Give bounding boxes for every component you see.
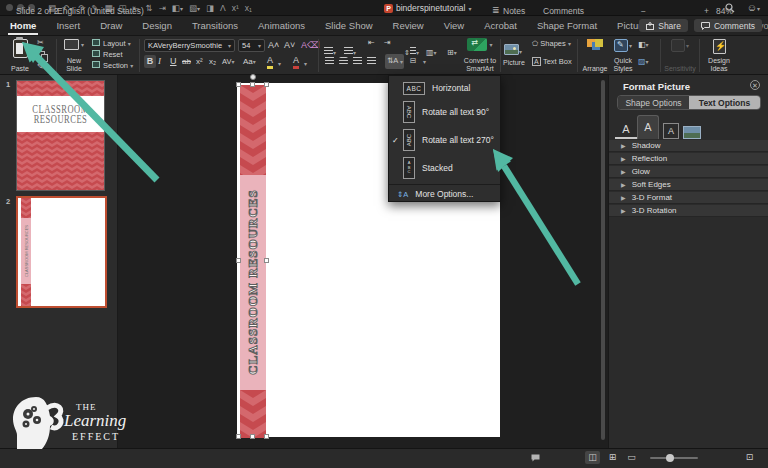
- language-status[interactable]: English (United States): [57, 6, 144, 16]
- text-direction-button[interactable]: ⇅A ▾: [385, 54, 404, 69]
- decrease-indent-button[interactable]: ⇤: [368, 38, 375, 48]
- handle-bottom-right[interactable]: [264, 434, 269, 439]
- clear-formatting-button[interactable]: A⌫: [301, 39, 320, 52]
- menu-item-horizontal[interactable]: ABC Horizontal: [389, 78, 500, 98]
- fonts-icon[interactable]: Λ: [220, 1, 226, 15]
- tab-animations[interactable]: Animations: [248, 16, 315, 36]
- columns-button[interactable]: ▥▾: [426, 41, 437, 59]
- copy-icon[interactable]: [38, 51, 45, 59]
- font-color-button[interactable]: A: [293, 55, 299, 69]
- comments-button[interactable]: Comments: [694, 19, 762, 32]
- notes-icon[interactable]: ≣: [492, 5, 500, 15]
- align-text-button[interactable]: ⊟ ▾: [408, 54, 427, 69]
- superscript-quick-icon[interactable]: x¹: [232, 1, 239, 15]
- zoom-slider-knob[interactable]: [666, 454, 674, 462]
- handle-mid-right[interactable]: [264, 258, 269, 263]
- align-right-button[interactable]: [353, 57, 362, 65]
- tab-view[interactable]: View: [434, 16, 474, 36]
- section-3d-rotation[interactable]: ▶3-D Rotation: [609, 205, 768, 217]
- superscript-button[interactable]: x²: [196, 55, 203, 68]
- align-objects-button[interactable]: ⊞▾: [447, 41, 457, 59]
- section-reflection[interactable]: ▶Reflection: [609, 153, 768, 165]
- document-title-area[interactable]: P binderspinetutorial ▾: [384, 3, 471, 13]
- text-effects-icon[interactable]: A: [637, 115, 659, 139]
- rotation-handle[interactable]: [250, 74, 256, 80]
- share-button[interactable]: Share: [639, 19, 688, 32]
- underline-button[interactable]: U: [170, 55, 177, 68]
- picture-options-icon[interactable]: [683, 126, 701, 139]
- shape-fill-quick-icon[interactable]: ◧▾: [172, 1, 183, 16]
- section-glow[interactable]: ▶Glow: [609, 166, 768, 178]
- notes-toggle[interactable]: Notes: [503, 6, 525, 16]
- statusbar-comment-icon[interactable]: [531, 454, 540, 462]
- grow-font-button[interactable]: A˄: [268, 39, 279, 52]
- spine-vertical-text[interactable]: CLASSROOM RESOURCES: [245, 189, 261, 375]
- handle-bottom-left[interactable]: [236, 434, 241, 439]
- fit-slide-button[interactable]: ⊡: [742, 451, 757, 464]
- format-painter-icon[interactable]: ✎: [37, 62, 44, 72]
- account-avatar-icon[interactable]: ☺▾: [747, 2, 760, 13]
- change-case-button[interactable]: Aa▾: [243, 55, 256, 69]
- section-soft-edges[interactable]: ▶Soft Edges: [609, 179, 768, 191]
- handle-top-right[interactable]: [264, 82, 269, 87]
- italic-button[interactable]: I: [158, 55, 161, 68]
- slide-thumbnail-2-selected[interactable]: CLASSROOM RESOURCES: [16, 196, 107, 308]
- text-box-button[interactable]: A Text Box: [532, 57, 572, 67]
- tab-transitions[interactable]: Transitions: [182, 16, 248, 36]
- align-right-edge-icon[interactable]: ⇥: [159, 1, 166, 15]
- menu-item-rotate-270[interactable]: ✓ ABC Rotate all text 270°: [389, 126, 500, 154]
- paste-button[interactable]: Paste: [5, 39, 35, 72]
- normal-view-button[interactable]: ◫: [585, 451, 600, 464]
- zoom-slider-track[interactable]: [650, 457, 698, 459]
- quick-styles-button[interactable]: ▾ Quick Styles: [610, 39, 636, 72]
- convert-smartart-button[interactable]: ▾ Convert to SmartArt: [462, 38, 498, 72]
- text-box-options-icon[interactable]: A: [663, 123, 679, 139]
- tab-review[interactable]: Review: [383, 16, 434, 36]
- tab-shape-format[interactable]: Shape Format: [527, 16, 607, 36]
- text-fill-outline-icon[interactable]: A: [615, 123, 637, 139]
- font-color-dropdown-icon[interactable]: ▾: [304, 60, 307, 67]
- handle-top-left[interactable]: [236, 82, 241, 87]
- character-spacing-button[interactable]: AV▾: [222, 55, 234, 69]
- subscript-button[interactable]: x₂: [209, 55, 216, 68]
- strikethrough-button[interactable]: ab: [182, 55, 191, 68]
- arrange-button[interactable]: Arrange: [582, 39, 608, 72]
- align-center-button[interactable]: [339, 57, 348, 65]
- zoom-level[interactable]: 84%: [716, 6, 733, 16]
- subscript-quick-icon[interactable]: x₁: [245, 1, 252, 15]
- tab-insert[interactable]: Insert: [46, 16, 90, 36]
- spine-text-box-selected[interactable]: CLASSROOM RESOURCES: [240, 175, 266, 390]
- font-name-combo[interactable]: KAVeryBerrySmoothie▾: [144, 39, 235, 52]
- shape-outline-quick-icon[interactable]: ▧▾: [189, 1, 200, 16]
- close-window-button[interactable]: [6, 4, 13, 11]
- distribute-vertical-icon[interactable]: ⇅: [146, 1, 153, 15]
- tab-shape-options[interactable]: Shape Options: [618, 96, 689, 109]
- zoom-in-button[interactable]: +: [704, 6, 709, 16]
- layout-button[interactable]: Layout ▾: [92, 39, 131, 49]
- slide-thumbnail-1[interactable]: CLASSROOM RESOURCES: [16, 80, 105, 191]
- menu-item-more-options[interactable]: ⇕A More Options...: [389, 187, 500, 201]
- slide-sorter-view-button[interactable]: ⊞: [605, 451, 620, 464]
- cut-icon[interactable]: ✂: [37, 38, 44, 48]
- tab-draw[interactable]: Draw: [90, 16, 132, 36]
- section-shadow[interactable]: ▶Shadow: [609, 140, 768, 152]
- tab-home[interactable]: Home: [0, 16, 46, 36]
- align-left-button[interactable]: [325, 57, 334, 65]
- binder-spine-strip[interactable]: CLASSROOM RESOURCES: [240, 85, 266, 438]
- shrink-font-button[interactable]: A˅: [284, 39, 295, 52]
- increase-indent-button[interactable]: ⇥: [384, 38, 391, 48]
- tab-acrobat[interactable]: Acrobat: [474, 16, 527, 36]
- shapes-button[interactable]: ⬠ Shapes ▾: [532, 39, 571, 49]
- highlight-color-dropdown-icon[interactable]: ▾: [278, 60, 281, 67]
- tab-slide-show[interactable]: Slide Show: [315, 16, 383, 36]
- design-ideas-button[interactable]: Design Ideas: [704, 39, 734, 72]
- handle-top-center[interactable]: [250, 82, 255, 87]
- handle-bottom-center[interactable]: [250, 434, 255, 439]
- menu-item-stacked[interactable]: ABC Stacked: [389, 154, 500, 182]
- bold-button[interactable]: B: [144, 55, 156, 68]
- new-slide-button[interactable]: ▾ New Slide: [60, 39, 88, 72]
- tab-text-options[interactable]: Text Options: [689, 96, 760, 109]
- comments-toggle[interactable]: Comments: [543, 6, 584, 16]
- panel-close-icon[interactable]: ✕: [750, 80, 760, 90]
- vertical-scrollbar[interactable]: [601, 80, 605, 440]
